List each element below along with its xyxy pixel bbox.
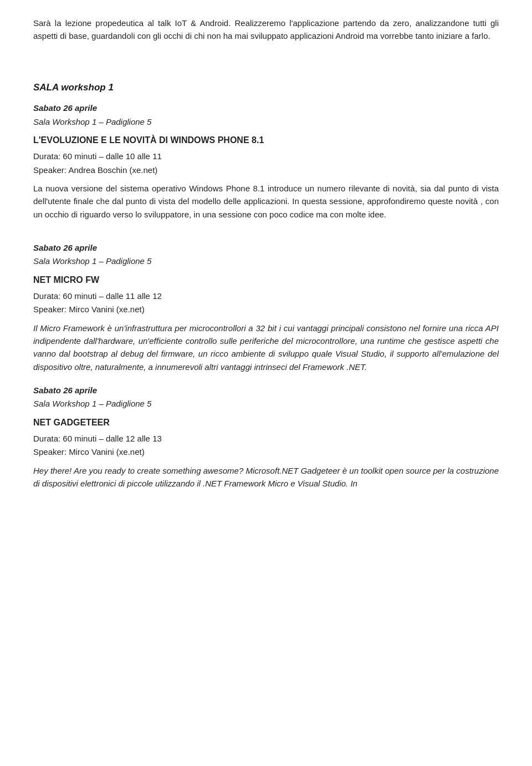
sala-workshop-heading: SALA workshop 1: [33, 80, 499, 95]
session-2-location: Sala Workshop 1 – Padiglione 5: [33, 255, 499, 268]
session-1-speaker: Speaker: Andrea Boschin (xe.net): [33, 164, 499, 177]
session-1-title: L'EVOLUZIONE E LE NOVITÀ DI WINDOWS PHON…: [33, 134, 499, 147]
session-2-desc: Il Micro Framework è un'infrastruttura p…: [33, 322, 499, 373]
session-3-date: Sabato 26 aprile: [33, 384, 499, 397]
session-2-date: Sabato 26 aprile: [33, 242, 499, 255]
session-3-duration: Durata: 60 minuti – dalle 12 alle 13: [33, 433, 499, 445]
session-3-speaker: Speaker: Mirco Vanini (xe.net): [33, 446, 499, 459]
session-1-desc: La nuova versione del sistema operativo …: [33, 182, 499, 221]
session-3-location: Sala Workshop 1 – Padiglione 5: [33, 398, 499, 410]
session-3-title: NET GADGETEER: [33, 416, 499, 429]
session-3-desc: Hey there! Are you ready to create somet…: [33, 464, 499, 490]
session-2-title: NET MICRO FW: [33, 273, 499, 287]
intro-paragraph: Sarà la lezione propedeutica al talk IoT…: [33, 17, 499, 43]
session-1-duration: Durata: 60 minuti – dalle 10 alle 11: [33, 150, 499, 163]
session-2-duration: Durata: 60 minuti – dalle 11 alle 12: [33, 290, 499, 303]
session-1-date: Sabato 26 aprile: [33, 102, 499, 115]
session-2-speaker: Speaker: Mirco Vanini (xe.net): [33, 303, 499, 316]
session-1-location: Sala Workshop 1 – Padiglione 5: [33, 116, 499, 129]
